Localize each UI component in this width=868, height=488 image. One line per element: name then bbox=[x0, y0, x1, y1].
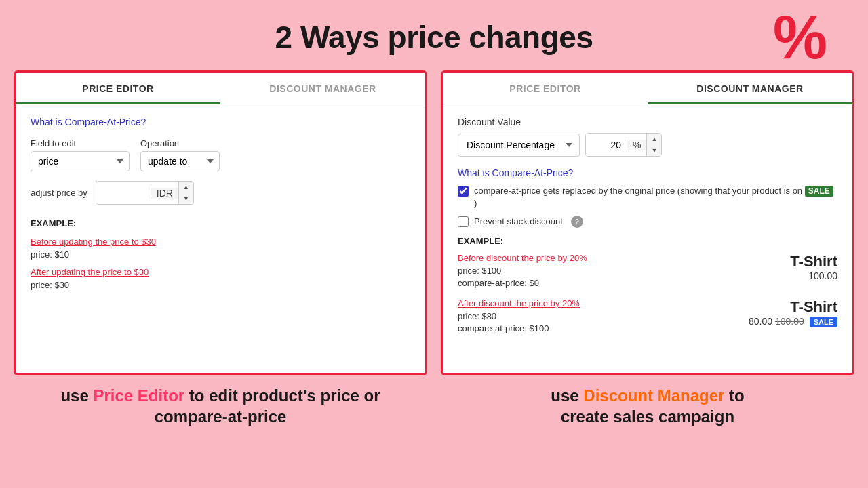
adjust-input-wrap: IDR ▲ ▼ bbox=[96, 181, 194, 205]
operation-group: Operation update to increase by decrease… bbox=[140, 138, 220, 171]
before-discount-right: T-Shirt 100.00 bbox=[790, 253, 837, 281]
adjust-price-input[interactable] bbox=[96, 184, 151, 203]
discount-manager-highlight: Discount Manager bbox=[583, 386, 724, 405]
right-panel-tabs: PRICE EDITOR DISCOUNT MANAGER bbox=[443, 73, 852, 104]
field-operation-row: Field to edit price compare-at-price Ope… bbox=[31, 138, 410, 171]
sale-badge: SALE bbox=[805, 186, 833, 197]
tshirt-title-after: T-Shirt bbox=[749, 298, 837, 316]
before-discount-left: Before discount the price by 20% price: … bbox=[458, 253, 587, 289]
adjust-price-stepper: ▲ ▼ bbox=[178, 182, 193, 204]
left-panel: PRICE EDITOR DISCOUNT MANAGER What is Co… bbox=[14, 70, 427, 375]
discount-type-select[interactable]: Discount Percentage Fixed Amount bbox=[458, 134, 580, 157]
field-to-edit-label: Field to edit bbox=[31, 138, 130, 148]
after-discount-price: price: $80 bbox=[458, 311, 496, 321]
page-title: 2 Ways price changes bbox=[0, 19, 868, 56]
before-discount-block: Before discount the price by 20% price: … bbox=[458, 253, 837, 289]
discount-type-wrap: Discount Percentage Fixed Amount bbox=[458, 134, 580, 157]
compare-at-price-link-right[interactable]: What is Compare-At-Price? bbox=[458, 167, 837, 178]
before-discount-link[interactable]: Before discount the price by 20% bbox=[458, 253, 587, 263]
compare-checkbox[interactable] bbox=[458, 186, 469, 197]
tshirt-title-before: T-Shirt bbox=[790, 253, 837, 270]
after-price: price: $30 bbox=[31, 280, 69, 290]
after-discount-right: T-Shirt 80.00 100.00 SALE bbox=[749, 298, 837, 327]
left-example-heading: EXAMPLE: bbox=[31, 218, 410, 228]
operation-select[interactable]: update to increase by decrease by bbox=[140, 151, 220, 171]
percent-icon: % bbox=[773, 7, 827, 68]
stack-discount-checkbox[interactable] bbox=[458, 216, 469, 227]
stepper-down[interactable]: ▼ bbox=[179, 193, 193, 205]
help-icon[interactable]: ? bbox=[571, 216, 583, 228]
checkbox1-row: compare-at-price gets replaced by the or… bbox=[458, 185, 837, 209]
operation-label: Operation bbox=[140, 138, 220, 148]
tab-price-editor-left[interactable]: PRICE EDITOR bbox=[16, 73, 220, 104]
discount-number-wrap: % ▲ ▼ bbox=[585, 133, 662, 157]
footer-right: use Discount Manager to create sales cam… bbox=[441, 385, 854, 427]
left-example-section: EXAMPLE: Before updating the price to $3… bbox=[31, 218, 410, 291]
sale-label: SALE bbox=[810, 317, 837, 327]
after-discount-link[interactable]: After discount the price by 20% bbox=[458, 298, 580, 308]
before-update-link[interactable]: Before updating the price to $30 bbox=[31, 237, 410, 247]
price-editor-highlight: Price Editor bbox=[93, 386, 184, 405]
after-example: After updating the price to $30 price: $… bbox=[31, 267, 410, 291]
discount-input-row: Discount Percentage Fixed Amount % ▲ ▼ bbox=[458, 133, 837, 157]
tab-discount-manager-left[interactable]: DISCOUNT MANAGER bbox=[220, 73, 425, 104]
header: 2 Ways price changes % bbox=[0, 0, 868, 68]
compare-at-price-link-left[interactable]: What is Compare-At-Price? bbox=[31, 117, 410, 127]
after-discount-compare: compare-at-price: $100 bbox=[458, 323, 549, 333]
discount-stepper: ▲ ▼ bbox=[646, 134, 661, 156]
panels-row: PRICE EDITOR DISCOUNT MANAGER What is Co… bbox=[0, 70, 868, 375]
adjust-currency: IDR bbox=[151, 188, 178, 199]
before-example: Before updating the price to $30 price: … bbox=[31, 237, 410, 260]
tshirt-price-original: 100.00 bbox=[775, 316, 804, 327]
stack-discount-label: Prevent stack discount bbox=[474, 216, 563, 228]
adjust-price-row: adjust price by IDR ▲ ▼ bbox=[31, 181, 410, 205]
after-discount-left: After discount the price by 20% price: $… bbox=[458, 298, 580, 334]
field-to-edit-group: Field to edit price compare-at-price bbox=[31, 138, 130, 171]
footer: use Price Editor to edit product's price… bbox=[0, 375, 868, 427]
discount-value-label: Discount Value bbox=[458, 117, 837, 127]
footer-left: use Price Editor to edit product's price… bbox=[14, 385, 427, 427]
discount-stepper-up[interactable]: ▲ bbox=[647, 134, 661, 145]
before-discount-price: price: $100 bbox=[458, 266, 501, 276]
stepper-up[interactable]: ▲ bbox=[179, 182, 193, 193]
right-panel-body: Discount Value Discount Percentage Fixed… bbox=[443, 104, 852, 356]
right-example-section: EXAMPLE: Before discount the price by 20… bbox=[458, 236, 837, 334]
tab-price-editor-right[interactable]: PRICE EDITOR bbox=[443, 73, 648, 104]
tab-discount-manager-right[interactable]: DISCOUNT MANAGER bbox=[648, 73, 852, 104]
right-panel: PRICE EDITOR DISCOUNT MANAGER Discount V… bbox=[441, 70, 854, 375]
left-panel-tabs: PRICE EDITOR DISCOUNT MANAGER bbox=[16, 73, 425, 104]
after-discount-block: After discount the price by 20% price: $… bbox=[458, 298, 837, 334]
discount-percent-symbol: % bbox=[627, 140, 646, 150]
before-price: price: $10 bbox=[31, 249, 69, 260]
after-update-link[interactable]: After updating the price to $30 bbox=[31, 267, 410, 277]
tshirt-price-sale: 80.00 100.00 SALE bbox=[749, 316, 837, 327]
tshirt-price-before: 100.00 bbox=[790, 270, 837, 281]
discount-stepper-down[interactable]: ▼ bbox=[647, 145, 661, 157]
field-to-edit-select[interactable]: price compare-at-price bbox=[31, 151, 130, 171]
compare-checkbox-label: compare-at-price gets replaced by the or… bbox=[474, 185, 837, 209]
adjust-price-label: adjust price by bbox=[31, 188, 87, 198]
checkbox2-row: Prevent stack discount ? bbox=[458, 216, 837, 228]
discount-number-input[interactable] bbox=[586, 134, 627, 156]
right-example-heading: EXAMPLE: bbox=[458, 236, 837, 246]
before-discount-compare: compare-at-price: $0 bbox=[458, 278, 539, 288]
left-panel-body: What is Compare-At-Price? Field to edit … bbox=[16, 104, 425, 310]
